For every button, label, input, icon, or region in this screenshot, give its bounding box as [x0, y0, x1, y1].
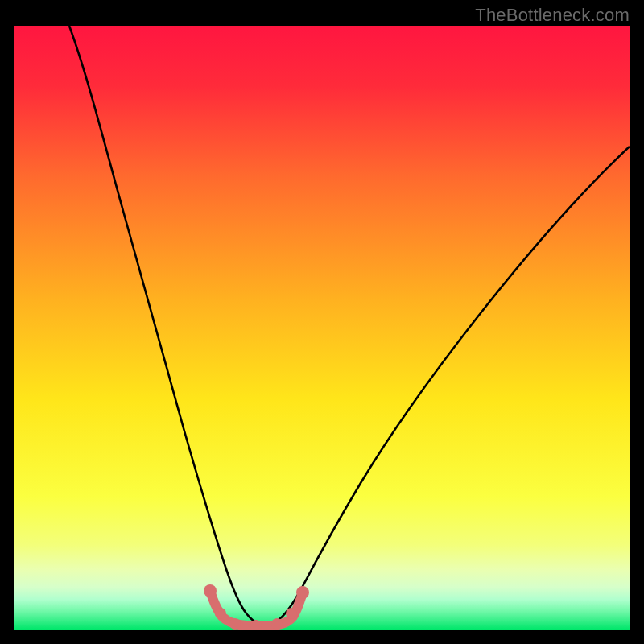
svg-point-0	[204, 584, 217, 597]
plot-area	[14, 26, 630, 630]
svg-point-4	[271, 618, 283, 630]
svg-point-2	[229, 618, 241, 630]
svg-point-6	[296, 586, 309, 599]
gradient-bg	[14, 26, 630, 630]
watermark-text: TheBottleneck.com	[475, 5, 630, 26]
svg-point-5	[286, 608, 297, 619]
svg-point-1	[215, 608, 226, 619]
chart-frame: TheBottleneck.com	[0, 0, 644, 644]
chart-svg	[14, 26, 630, 630]
